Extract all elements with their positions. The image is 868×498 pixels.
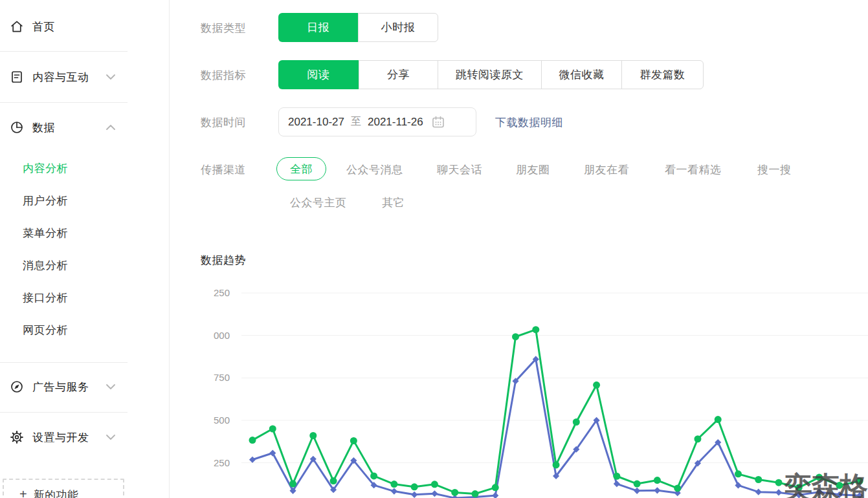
sidebar-subitem-message-analysis[interactable]: 消息分析 xyxy=(23,258,68,273)
watermark: 奕森格 xyxy=(784,468,867,498)
sidebar-subitem-api-analysis[interactable]: 接口分析 xyxy=(23,290,68,305)
sidebar-subitem-web-analysis[interactable]: 网页分析 xyxy=(23,323,68,338)
channel-official-message[interactable]: 公众号消息 xyxy=(346,162,403,177)
svg-text:500: 500 xyxy=(214,415,230,426)
gear-icon xyxy=(9,429,25,445)
start-date: 2021-10-27 xyxy=(288,116,344,129)
sidebar-item-label: 设置与开发 xyxy=(32,430,89,445)
tab-hourly-report[interactable]: 小时报 xyxy=(358,13,438,42)
time-label: 数据时间 xyxy=(201,115,246,130)
channel-all-pill[interactable]: 全部 xyxy=(276,157,326,180)
sidebar-item-label: 数据 xyxy=(32,120,55,135)
sidebar-subitem-content-analysis[interactable]: 内容分析 xyxy=(23,161,68,176)
sidebar-subitem-menu-analysis[interactable]: 菜单分析 xyxy=(23,226,68,241)
tab-share[interactable]: 分享 xyxy=(359,60,438,89)
date-range-picker[interactable]: 2021-10-27 至 2021-11-26 xyxy=(278,107,476,136)
chevron-down-icon xyxy=(106,384,115,389)
chevron-up-icon xyxy=(106,125,115,130)
chevron-down-icon xyxy=(106,74,115,80)
download-data-link[interactable]: 下载数据明细 xyxy=(495,115,563,130)
sidebar: 首页 内容与互动 数据 内容分析 用户分析 菜单分析 消息分析 接口分析 网页分… xyxy=(0,0,170,498)
plus-icon: + xyxy=(19,488,27,498)
svg-text:1000: 1000 xyxy=(214,330,230,341)
svg-text:1250: 1250 xyxy=(214,287,230,298)
sidebar-item-label: 广告与服务 xyxy=(32,380,89,395)
sidebar-item-content-interaction[interactable]: 内容与互动 xyxy=(9,66,127,88)
calendar-icon xyxy=(431,115,445,129)
sidebar-item-label: 内容与互动 xyxy=(32,70,89,85)
compass-icon xyxy=(9,379,25,395)
sidebar-item-ads-services[interactable]: 广告与服务 xyxy=(9,376,127,398)
channel-top-stories[interactable]: 看一看精选 xyxy=(665,162,722,177)
chart-title: 数据趋势 xyxy=(201,253,246,268)
metric-toggle: 阅读 分享 跳转阅读原文 微信收藏 群发篇数 xyxy=(278,60,704,89)
sidebar-divider xyxy=(0,102,128,103)
chevron-down-icon xyxy=(106,435,115,440)
channel-other[interactable]: 其它 xyxy=(382,195,405,210)
new-feature-button[interactable]: + 新的功能 xyxy=(3,479,124,498)
sidebar-item-label: 首页 xyxy=(32,19,55,34)
trend-chart[interactable]: 12501000750500250 xyxy=(214,278,868,498)
sidebar-item-settings-dev[interactable]: 设置与开发 xyxy=(9,426,127,448)
tab-daily-report[interactable]: 日报 xyxy=(278,13,358,42)
svg-text:250: 250 xyxy=(214,457,230,468)
new-feature-label: 新的功能 xyxy=(34,488,79,498)
tab-jump-original[interactable]: 跳转阅读原文 xyxy=(438,60,542,89)
tab-wechat-favorite[interactable]: 微信收藏 xyxy=(541,60,622,89)
sidebar-divider xyxy=(0,51,128,52)
date-separator: 至 xyxy=(351,115,361,129)
metric-label: 数据指标 xyxy=(201,68,246,83)
tab-broadcast-count[interactable]: 群发篇数 xyxy=(621,60,704,89)
document-icon xyxy=(9,69,25,85)
channel-search[interactable]: 搜一搜 xyxy=(757,162,792,177)
channel-official-homepage[interactable]: 公众号主页 xyxy=(290,195,347,210)
sidebar-item-home[interactable]: 首页 xyxy=(9,16,127,38)
sidebar-subitem-user-analysis[interactable]: 用户分析 xyxy=(23,193,68,208)
pie-chart-icon xyxy=(9,120,25,135)
tab-read[interactable]: 阅读 xyxy=(278,60,359,89)
channel-chat-session[interactable]: 聊天会话 xyxy=(437,162,482,177)
channel-friends-reading[interactable]: 朋友在看 xyxy=(584,162,629,177)
data-type-toggle: 日报 小时报 xyxy=(278,13,438,42)
sidebar-item-data[interactable]: 数据 xyxy=(9,116,127,138)
sidebar-divider xyxy=(0,412,128,413)
end-date: 2021-11-26 xyxy=(368,116,423,129)
channel-label: 传播渠道 xyxy=(201,162,246,177)
channel-moments[interactable]: 朋友圈 xyxy=(516,162,550,177)
data-type-label: 数据类型 xyxy=(201,21,246,36)
sidebar-divider xyxy=(0,362,128,363)
svg-text:750: 750 xyxy=(214,372,230,383)
home-icon xyxy=(9,19,25,34)
